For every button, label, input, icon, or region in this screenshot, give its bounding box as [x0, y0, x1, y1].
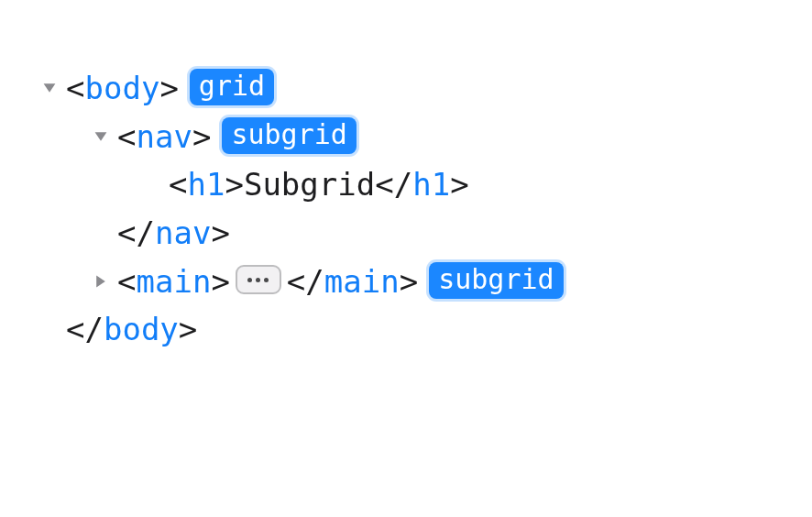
tree-row-body-close[interactable]: </body> — [38, 305, 812, 354]
angle-bracket: > — [159, 64, 178, 113]
tree-row-nav-open[interactable]: <nav> subgrid — [38, 113, 812, 161]
tag-name: nav — [155, 209, 211, 258]
tag-name: body — [104, 305, 179, 354]
angle-bracket: > — [225, 160, 243, 209]
tag-name: nav — [136, 113, 192, 161]
angle-bracket: < — [117, 113, 136, 161]
angle-bracket: < — [169, 160, 187, 209]
svg-marker-2 — [96, 276, 105, 288]
tag-name: main — [136, 258, 211, 306]
text-node: Subgrid — [244, 160, 375, 209]
layout-badge-subgrid[interactable]: subgrid — [222, 117, 356, 154]
angle-bracket: > — [211, 258, 229, 306]
tree-row-nav-close[interactable]: </nav> — [38, 209, 812, 258]
angle-bracket: < — [66, 64, 84, 113]
angle-bracket: < — [117, 258, 136, 306]
layout-badge-grid[interactable]: grid — [190, 69, 274, 105]
dom-tree: <body> grid <nav> subgrid <h1>Subgrid</h… — [0, 0, 812, 354]
angle-bracket: </ — [287, 258, 324, 306]
angle-bracket: > — [211, 209, 229, 258]
tag-name: h1 — [187, 160, 225, 209]
tag-name: body — [84, 64, 159, 113]
tag-name: main — [324, 258, 400, 306]
angle-bracket: > — [192, 113, 211, 161]
tree-row-main[interactable]: <main> </main> subgrid — [38, 258, 812, 306]
svg-marker-0 — [44, 84, 56, 94]
angle-bracket: </ — [66, 305, 104, 354]
tag-name: h1 — [412, 160, 450, 209]
tree-row-h1[interactable]: <h1>Subgrid</h1> — [38, 160, 812, 209]
angle-bracket: > — [450, 160, 468, 209]
svg-marker-1 — [95, 132, 107, 141]
angle-bracket: </ — [117, 209, 155, 258]
ellipsis-icon[interactable] — [236, 265, 281, 294]
disclosure-triangle-down-icon[interactable] — [38, 81, 60, 95]
layout-badge-subgrid[interactable]: subgrid — [429, 262, 563, 299]
angle-bracket: </ — [375, 160, 412, 209]
tree-row-body-open[interactable]: <body> grid — [38, 64, 812, 113]
disclosure-triangle-right-icon[interactable] — [90, 274, 112, 289]
disclosure-triangle-down-icon[interactable] — [90, 129, 112, 144]
angle-bracket: > — [400, 258, 418, 306]
angle-bracket: > — [179, 305, 197, 354]
